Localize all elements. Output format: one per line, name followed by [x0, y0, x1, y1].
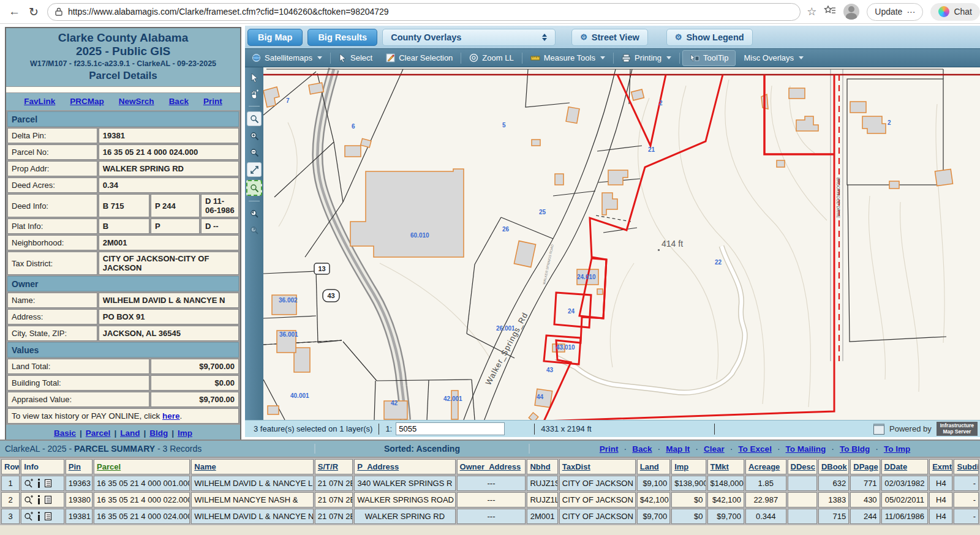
svg-text:24.010: 24.010 [577, 274, 596, 280]
col-nbhd[interactable]: Nbhd [527, 459, 557, 474]
favlink-link[interactable]: FavLink [24, 97, 55, 106]
clear-action[interactable]: Clear [704, 444, 725, 454]
info-icon[interactable] [37, 512, 41, 521]
pointer-tool-icon[interactable] [247, 71, 261, 84]
parcel-link[interactable]: Parcel [86, 428, 111, 438]
zoom-to-icon[interactable] [24, 512, 34, 521]
document-icon[interactable] [44, 512, 52, 521]
nbhd-cell: RUJZ1S [527, 476, 557, 491]
misc-overlays-menu[interactable]: Misc Overlays [737, 49, 810, 67]
col-p-address[interactable]: P_Address [354, 459, 455, 474]
prcmap-link[interactable]: PRCMap [70, 97, 104, 106]
col-acreage[interactable]: Acreage [745, 459, 786, 474]
divider [6, 86, 240, 93]
ddesc-cell [788, 476, 817, 491]
col-ddate[interactable]: DDate [881, 459, 929, 474]
street-view-button[interactable]: ⚙ Street View [571, 29, 648, 46]
summary-actions: Print· Back· Map It· Clear· To Excel· To… [530, 444, 980, 454]
to-mailing-action[interactable]: To Mailing [786, 444, 826, 454]
dpage-cell: 244 [850, 509, 880, 524]
address-bar[interactable]: https://www.alabamagis.com/Clarke/frames… [47, 3, 801, 21]
col-taxdist[interactable]: TaxDist [559, 459, 636, 474]
land-cell: $9,100 [637, 476, 670, 491]
p-address-cell: 340 WALKER SPRINGS R [354, 476, 455, 491]
basic-link[interactable]: Basic [54, 428, 76, 438]
zoom-window-tool-icon[interactable] [247, 111, 262, 126]
window-icon[interactable] [873, 424, 884, 435]
col-imp[interactable]: Imp [671, 459, 706, 474]
copilot-chat-button[interactable]: Chat [930, 3, 980, 21]
imp-link[interactable]: Imp [178, 428, 192, 438]
col-land[interactable]: Land [637, 459, 670, 474]
to-excel-action[interactable]: To Excel [738, 444, 772, 454]
zoom-in-tool-icon[interactable] [247, 129, 261, 143]
refresh-icon[interactable]: ↻ [29, 5, 39, 19]
clear-selection-tool[interactable]: Clear Selection [379, 49, 459, 67]
scale-input[interactable] [396, 422, 505, 435]
full-extent-tool-icon[interactable] [247, 162, 262, 177]
separator: | [172, 428, 174, 438]
show-legend-button[interactable]: ⚙ Show Legend [666, 29, 753, 46]
big-map-button[interactable]: Big Map [247, 29, 303, 46]
favorites-list-icon[interactable] [824, 5, 836, 18]
update-button[interactable]: Update ··· [867, 3, 923, 21]
col-exmt[interactable]: Exmt [929, 459, 952, 474]
col-dbook[interactable]: DBook [818, 459, 849, 474]
document-icon[interactable] [44, 495, 52, 504]
newsrch-link[interactable]: NewSrch [119, 97, 154, 106]
back-link[interactable]: Back [169, 97, 189, 106]
back-action[interactable]: Back [632, 444, 652, 454]
col-str[interactable]: S/T/R [315, 459, 353, 474]
profile-avatar[interactable] [843, 4, 859, 20]
pan-tool-icon[interactable] [247, 88, 261, 101]
col-subdi[interactable]: Subdi [954, 459, 979, 474]
tooltip-toggle[interactable]: ToolTip [682, 50, 736, 66]
separator: · [624, 444, 627, 454]
next-view-tool-icon[interactable] [247, 223, 261, 236]
favorite-star-icon[interactable]: ☆ [807, 5, 816, 18]
previous-view-tool-icon[interactable] [247, 206, 261, 220]
col-dpage[interactable]: DPage [850, 459, 880, 474]
plat-date: D -- [201, 219, 239, 234]
table-row[interactable]: 1 19363 16 35 05 21 4 000 001.000 WILHEL… [1, 476, 979, 491]
print-link[interactable]: Print [203, 97, 222, 106]
info-icon[interactable] [37, 479, 41, 488]
col-ddesc[interactable]: DDesc [788, 459, 817, 474]
table-row[interactable]: 2 19380 16 35 05 21 4 000 022.000 WILHEL… [1, 492, 979, 507]
printing-menu[interactable]: Printing [615, 49, 678, 67]
tmkt-cell: $9,700 [707, 509, 744, 524]
satellitemaps-label: Satellitemaps [265, 53, 312, 62]
gis-map[interactable]: 13 43 7 6 2 21 5 2 22 26 25 26.001 24.01… [263, 67, 980, 420]
col-pin[interactable]: Pin [66, 459, 92, 474]
col-parcel[interactable]: Parcel [94, 459, 190, 474]
zoom-to-icon[interactable] [24, 495, 34, 504]
bldg-link[interactable]: Bldg [149, 428, 168, 438]
parcel-no-label: Parcel No: [7, 144, 97, 160]
big-results-button[interactable]: Big Results [307, 29, 377, 46]
col-tmkt[interactable]: TMkt [707, 459, 744, 474]
col-name[interactable]: Name [191, 459, 314, 474]
county-overlays-select[interactable]: County Overlays [382, 29, 556, 46]
document-icon[interactable] [44, 479, 52, 488]
col-owner-address[interactable]: Owner_Address [457, 459, 526, 474]
satellitemaps-menu[interactable]: Satellitemaps [245, 49, 329, 67]
zoom-ll-tool[interactable]: Zoom LL [462, 49, 520, 67]
print-action[interactable]: Print [600, 444, 619, 454]
land-link[interactable]: Land [120, 428, 140, 438]
ddate-cell: 05/02/2011 [881, 492, 929, 507]
select-tool[interactable]: Select [332, 49, 379, 67]
pay-online-link[interactable]: here [162, 411, 180, 421]
zoom-selection-tool-icon[interactable] [246, 180, 262, 196]
map-it-action[interactable]: Map It [666, 444, 690, 454]
str-cell: 21 07N 2E [315, 492, 353, 507]
map-viewport[interactable]: 13 43 7 6 2 21 5 2 22 26 25 26.001 24.01… [245, 67, 980, 420]
back-icon[interactable]: ← [9, 5, 20, 18]
zoom-out-tool-icon[interactable] [247, 146, 261, 159]
zoom-to-icon[interactable] [24, 479, 34, 488]
to-bldg-action[interactable]: To Bldg [840, 444, 870, 454]
to-imp-action[interactable]: To Imp [884, 444, 910, 454]
info-icon[interactable] [37, 495, 41, 504]
measure-tools-menu[interactable]: Measure Tools [524, 49, 612, 67]
table-row[interactable]: 3 19381 16 35 05 21 4 000 024.000 WILHEL… [1, 509, 979, 524]
str-cell: 21 07N 2E [315, 476, 353, 491]
